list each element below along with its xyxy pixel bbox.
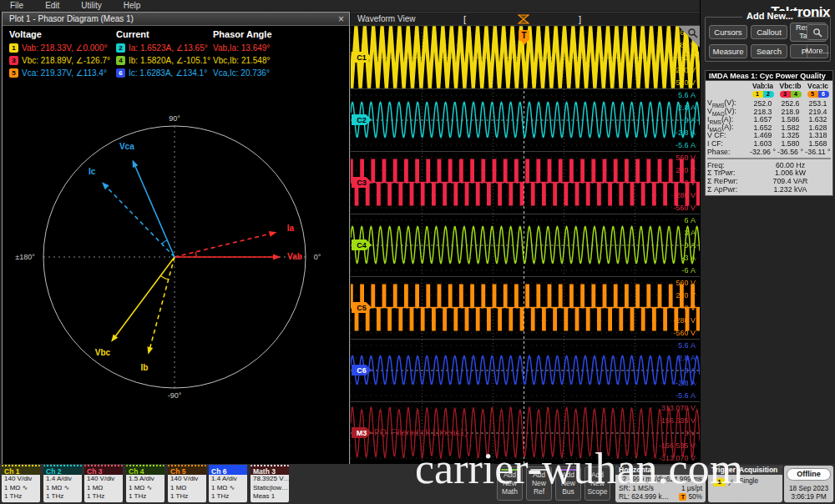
- magnifier-icon: [812, 28, 822, 38]
- table-row: VRMS(V): 252.0 252.6 253.1: [707, 98, 831, 107]
- menu-edit[interactable]: Edit: [45, 1, 59, 10]
- offline-button[interactable]: Offline: [787, 468, 831, 481]
- zoom-button[interactable]: [807, 24, 828, 40]
- zoom-bracket-right[interactable]: ]: [579, 13, 581, 26]
- callout-button[interactable]: Callout: [751, 25, 787, 39]
- waveform-view-window: Waveform View [ ] T C1 C2 C3 C4 C5 C6 M3: [351, 12, 700, 463]
- resolution: 1 μs/pt: [681, 484, 702, 493]
- phasor-vector-ib: [149, 257, 175, 350]
- channel-badge-ch3[interactable]: Ch 3 140 V/div 1 MΩ 1 THz: [84, 465, 123, 502]
- add-new-ref-button[interactable]: Add New Ref: [526, 466, 552, 501]
- menu-file[interactable]: File: [10, 1, 23, 10]
- acquisition-panel-title: Acquisition: [736, 466, 782, 475]
- menu-bar: File Edit Utility Help: [0, 0, 700, 11]
- horizontal-settings-panel[interactable]: Horizontal 62.4999 ms/div 624.999 ms SR:…: [615, 466, 706, 502]
- column-header: Vbc:Ib: [777, 82, 804, 90]
- measurement-table-header: Vab:Ia Vbc:Ib Vca:Ic: [707, 82, 831, 90]
- phasor-vector-label: Vbc: [95, 348, 111, 357]
- menu-utility[interactable]: Utility: [81, 1, 101, 10]
- right-control-panel: Tektronix Add New... Cursors Callout Res…: [700, 0, 835, 504]
- horizontal-position: 50%: [688, 492, 702, 501]
- phasor-vector-vca: [134, 164, 175, 257]
- channel-badge-ch2[interactable]: Ch 2 1.4 A/div 1 MΩ ∿ 1 THz: [43, 465, 82, 502]
- source-badge-pair-34: 3 4: [780, 91, 802, 98]
- column-header: Vca:Ic: [804, 82, 832, 90]
- column-header: Vab:Ia: [749, 82, 777, 90]
- phasor-vector-label: Vab: [287, 252, 302, 261]
- horizontal-window: 624.999 ms: [666, 475, 702, 484]
- phasor-diagram: 90°0°±180°-90°VabIaVbcIbVcaIc: [3, 26, 349, 464]
- source-badge-pair-56: 5 6: [807, 91, 829, 98]
- add-new-scope-button[interactable]: Add New Scope: [584, 466, 610, 501]
- phasor-axis-label: 90°: [169, 114, 180, 123]
- trigger-position-icon: T: [679, 493, 686, 501]
- phasor-vector-vbc: [114, 257, 175, 338]
- channel-badge-ch4[interactable]: Ch 4 1.5 A/div 1 MΩ ∿ 1 THz: [126, 465, 164, 502]
- status-date: 18 Sep 2023: [784, 484, 833, 492]
- cursors-button[interactable]: Cursors: [709, 25, 747, 39]
- more-button[interactable]: More...: [807, 44, 828, 58]
- record-length: RL: 624.999 k…: [619, 492, 669, 501]
- trigger-position-badge[interactable]: T: [519, 30, 529, 41]
- bottom-settings-bar: Ch 1 140 V/div 1 MΩ ∿ 1 THz Ch 2 1.4 A/d…: [0, 464, 835, 504]
- phasor-vector-label: Ic: [89, 167, 96, 176]
- trigger-position-arrow-icon: [521, 41, 528, 45]
- table-row: Freq: 60.00 Hz: [707, 161, 831, 169]
- table-row: Σ RePwr: 709.4 VAR: [707, 177, 831, 185]
- channel-badge-ch6[interactable]: Ch 6 1.4 A/div 1 MΩ ∿ 1 THz: [209, 465, 247, 502]
- table-row: Σ TrPwr: 1.006 kW: [707, 169, 831, 177]
- search-button[interactable]: Search: [751, 44, 787, 58]
- horizontal-scale: 62.4999 ms/div: [619, 475, 665, 484]
- close-icon[interactable]: ×: [338, 13, 344, 25]
- source-badge-pair-12: 1 2: [752, 91, 774, 98]
- add-new-label: Add New...: [742, 11, 797, 21]
- trigger-slope-icon: ∕: [730, 477, 731, 487]
- table-row: IMAG(A): 1.652 1.582 1.628: [707, 123, 831, 131]
- phasor-axis-label: ±180°: [15, 253, 35, 261]
- table-row: IRMS(A): 1.657 1.586 1.632: [707, 115, 831, 123]
- table-row: Phase: -32.96 ° -36.56 ° -36.11 °: [707, 148, 831, 156]
- phasor-plot-window: Plot 1 - Phasor Diagram (Meas 1) × Volta…: [2, 12, 350, 465]
- divider: [707, 158, 831, 159]
- phasor-vector-ic: [105, 186, 175, 257]
- acquisition-mode: Single: [739, 476, 758, 486]
- table-row: VMAG(V): 218.3 218.9 219.4: [707, 107, 831, 115]
- expansion-point-icon[interactable]: [518, 14, 529, 24]
- status-time: 3:06:19 PM: [784, 492, 833, 501]
- phasor-vector-label: Vca: [119, 142, 134, 151]
- measurement-table-badges: 1 2 3 4 5 6: [707, 90, 831, 98]
- waveform-view-title: Waveform View: [357, 14, 415, 23]
- horizontal-panel-title: Horizontal: [615, 466, 706, 475]
- channel-badge-ch1[interactable]: Ch 1 140 V/div 1 MΩ ∿ 1 THz: [2, 465, 40, 502]
- acquisition-settings-panel[interactable]: Acquisition Single: [736, 466, 782, 502]
- menu-help[interactable]: Help: [124, 1, 141, 10]
- phasor-window-title: Plot 1 - Phasor Diagram (Meas 1): [9, 14, 134, 23]
- math-badge-math3[interactable]: Math 3 78.3925 V… Static|low… Meas 1: [250, 465, 289, 502]
- measure-button[interactable]: Measure: [709, 44, 747, 58]
- trigger-source-badge: 1: [713, 478, 726, 486]
- table-row: Σ ApPwr: 1.232 kVA: [707, 185, 831, 194]
- add-new-math-button[interactable]: Add New Math: [497, 466, 523, 501]
- table-row: I CF: 1.603 1.580 1.568: [707, 139, 831, 148]
- measurement-table-title: IMDA Meas 1: Cyc Power Quality: [705, 70, 833, 81]
- waveform-grid[interactable]: [351, 26, 700, 464]
- phasor-axis-label: 0°: [314, 253, 321, 261]
- phasor-window-titlebar[interactable]: Plot 1 - Phasor Diagram (Meas 1) ×: [3, 13, 349, 26]
- status-box: Offline 18 Sep 2023 3:06:19 PM: [784, 466, 833, 502]
- phasor-vector-label: Ia: [287, 224, 295, 233]
- add-new-bus-button[interactable]: Add New Bus: [555, 466, 581, 501]
- phasor-axis-label: -90°: [168, 391, 182, 400]
- phasor-vector-ia: [175, 234, 272, 257]
- phasor-vector-label: Ib: [141, 363, 149, 372]
- application-window: File Edit Utility Help Plot 1 - Phasor D…: [0, 0, 835, 504]
- channel-badge-ch5[interactable]: Ch 5 140 V/div 1 MΩ 1 THz: [168, 465, 206, 502]
- zoom-bracket-left[interactable]: [: [463, 13, 466, 26]
- measurement-results-table: IMDA Meas 1: Cyc Power Quality Vab:Ia Vb…: [705, 70, 833, 196]
- sample-rate: SR: 1 MS/s: [619, 484, 654, 493]
- table-row: V CF: 1.469 1.325 1.318: [707, 131, 831, 139]
